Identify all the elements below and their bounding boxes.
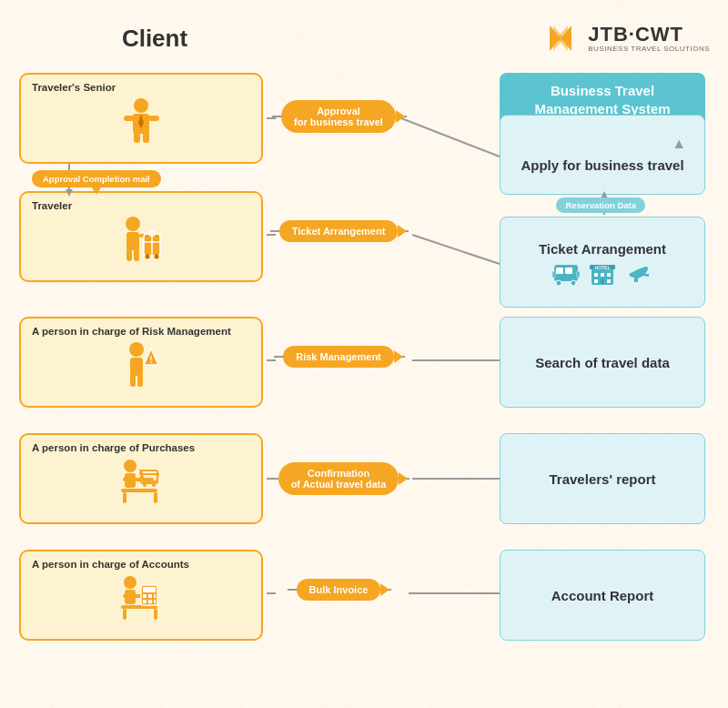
- svg-point-53: [152, 483, 156, 487]
- cb-senior: Traveler's Senior: [19, 73, 263, 164]
- approval-completion-mail: Approval Completion mail: [32, 169, 161, 187]
- svg-rect-61: [143, 587, 156, 592]
- system-title-text: Business TravelManagement System: [534, 83, 670, 116]
- flow-layout: Business TravelManagement System Travele…: [19, 73, 709, 664]
- logo-main: JTB·CWT: [588, 24, 710, 46]
- risk-pill: Risk Management: [283, 346, 394, 368]
- client-box-accounts: A person in charge of Accounts: [19, 550, 267, 641]
- svg-rect-12: [126, 232, 139, 250]
- svg-point-20: [146, 255, 150, 259]
- up-arrow-icon: ▲: [672, 136, 686, 152]
- ticket-icons: HOTEL: [552, 262, 652, 286]
- svg-point-54: [124, 576, 136, 589]
- svg-text:!: !: [149, 355, 152, 365]
- sb-apply: ▲ Apply for business travel: [500, 115, 705, 195]
- svg-rect-34: [607, 273, 611, 277]
- svg-rect-8: [148, 116, 159, 121]
- client-box-risk: A person in charge of Risk Management !: [19, 317, 267, 408]
- sb-ticket: Ticket Arrangement: [500, 217, 705, 308]
- logo-sub: BUSINESS TRAVEL SOLUTIONS: [588, 46, 710, 54]
- svg-point-11: [126, 217, 140, 231]
- confirmation-pill: Confirmationof Actual travel data: [278, 462, 399, 495]
- svg-rect-10: [143, 132, 149, 143]
- svg-line-75: [401, 118, 500, 157]
- cb-risk-icon: !: [32, 340, 250, 389]
- svg-line-76: [412, 235, 500, 264]
- reservation-badge: Reservation Data: [556, 197, 645, 213]
- svg-point-27: [556, 280, 561, 286]
- svg-rect-23: [556, 268, 563, 274]
- svg-rect-62: [143, 594, 147, 598]
- arrow-risk: Risk Management: [267, 346, 412, 368]
- svg-rect-9: [134, 132, 140, 143]
- approval-mail-text: Approval Completion mail: [43, 174, 150, 184]
- approval-pill-text: Approvalfor business travel: [294, 106, 383, 127]
- cb-accounts-title: A person in charge of Accounts: [32, 559, 250, 570]
- svg-rect-13: [126, 248, 132, 261]
- svg-rect-33: [601, 273, 604, 277]
- system-box-search: Search of travel data: [500, 317, 709, 408]
- svg-rect-14: [134, 248, 139, 261]
- cb-traveler-icon: [32, 215, 250, 264]
- header: Client JTB·CWT BUSINESS TRAVEL SOLUTIONS: [18, 18, 710, 58]
- svg-point-21: [155, 255, 159, 259]
- sb-ticket-label: Ticket Arrangement: [539, 239, 666, 258]
- svg-rect-40: [130, 374, 136, 387]
- svg-text:HOTEL: HOTEL: [595, 265, 611, 270]
- arrow-approval: Approvalfor business travel: [267, 100, 412, 133]
- system-box-account-report: Account Report: [500, 550, 709, 641]
- traveler-icon: [115, 216, 167, 263]
- system-box-travelers-report: Travelers' report: [500, 433, 709, 524]
- cb-risk-title: A person in charge of Risk Management: [32, 326, 250, 337]
- logo-text: JTB·CWT BUSINESS TRAVEL SOLUTIONS: [588, 24, 710, 54]
- svg-rect-58: [123, 609, 126, 620]
- svg-rect-39: [130, 358, 143, 376]
- client-box-traveler: Traveler: [19, 191, 267, 282]
- ticket-pill-text: Ticket Arrangement: [292, 226, 386, 237]
- svg-rect-59: [154, 609, 157, 620]
- svg-rect-32: [594, 273, 598, 277]
- confirmation-pill-text: Confirmationof Actual travel data: [291, 468, 387, 490]
- bus-icon: [552, 262, 580, 286]
- arrow-bulk: Bulk Invoice: [267, 579, 412, 601]
- svg-point-4: [134, 98, 148, 113]
- logo-area: JTB·CWT BUSINESS TRAVEL SOLUTIONS: [541, 18, 710, 58]
- cb-purchases-title: A person in charge of Purchases: [32, 442, 250, 453]
- svg-rect-24: [565, 268, 572, 274]
- sb-apply-label: Apply for business travel: [521, 156, 683, 175]
- svg-marker-3: [557, 25, 568, 51]
- cb-senior-icon: [32, 96, 250, 146]
- cb-senior-title: Traveler's Senior: [32, 82, 250, 93]
- cb-traveler: Traveler: [19, 191, 263, 282]
- cb-accounts-icon: [32, 573, 250, 622]
- svg-rect-7: [124, 116, 135, 121]
- svg-rect-67: [154, 600, 156, 603]
- svg-point-44: [124, 460, 136, 472]
- cb-purchases: A person in charge of Purchases: [19, 433, 263, 524]
- cb-traveler-title: Traveler: [32, 200, 250, 211]
- hotel-icon: HOTEL: [589, 262, 616, 286]
- svg-point-52: [143, 483, 147, 487]
- logo-icon: [541, 18, 581, 58]
- svg-rect-25: [552, 271, 555, 278]
- senior-person-icon: [116, 97, 167, 145]
- client-title: Client: [18, 25, 291, 53]
- sb-account-report-label: Account Report: [551, 586, 654, 605]
- sb-travelers-report-label: Travelers' report: [550, 470, 656, 489]
- sb-travelers-report: Travelers' report: [500, 433, 705, 524]
- system-box-ticket: Ticket Arrangement: [500, 217, 709, 308]
- svg-rect-26: [577, 271, 580, 278]
- svg-rect-35: [594, 279, 598, 283]
- svg-rect-36: [601, 279, 604, 284]
- system-box-apply: ▲ Apply for business travel: [500, 115, 709, 195]
- sb-search: Search of travel data: [500, 317, 705, 408]
- purchases-person-icon: [114, 458, 168, 505]
- bulk-pill-text: Bulk Invoice: [309, 584, 369, 595]
- approval-pill: Approvalfor business travel: [281, 100, 396, 133]
- risk-person-icon: !: [116, 341, 167, 389]
- cb-risk: A person in charge of Risk Management !: [19, 317, 263, 408]
- svg-point-28: [571, 280, 576, 286]
- reservation-badge-container: Reservation Data: [556, 197, 645, 213]
- svg-rect-49: [154, 492, 157, 503]
- svg-rect-63: [148, 594, 152, 598]
